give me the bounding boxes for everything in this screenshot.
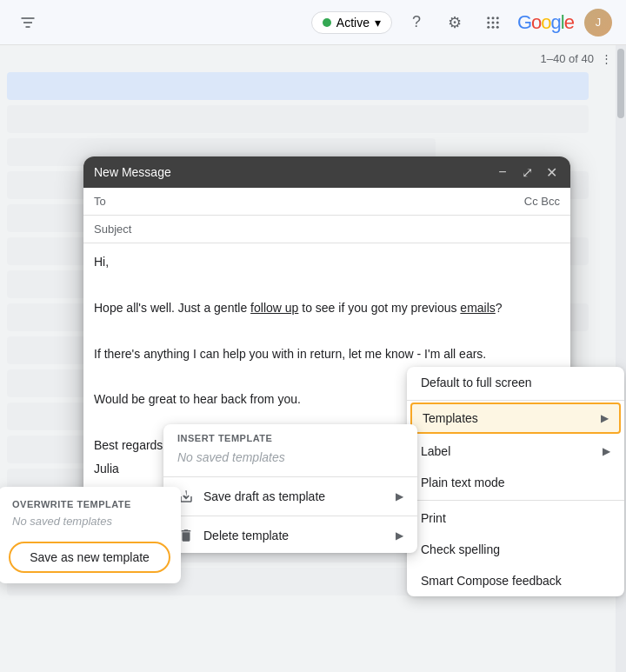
subject-label: Subject: [94, 223, 131, 236]
delete-template-arrow: ▶: [396, 529, 403, 542]
delete-template-label: Delete template: [203, 529, 289, 542]
compose-header-actions: − ⤢ ✕: [494, 163, 560, 181]
filter-icon[interactable]: [14, 9, 42, 37]
top-bar-right: Active ▾ ? ⚙ Google J: [311, 9, 612, 37]
cc-bcc-button[interactable]: Cc Bcc: [524, 195, 560, 208]
body-line-3: Hope all's well. Just a gentle follow up…: [94, 298, 560, 317]
help-icon: ?: [412, 13, 421, 31]
scrollbar-thumb[interactable]: [617, 49, 624, 118]
emails-link: emails: [460, 301, 495, 315]
svg-point-9: [487, 25, 489, 28]
save-draft-label: Save draft as template: [203, 489, 325, 503]
close-compose-button[interactable]: ✕: [543, 163, 560, 181]
email-row: [7, 72, 589, 100]
more-icon[interactable]: ⋮: [601, 52, 612, 65]
insert-template-empty: No saved templates: [163, 447, 417, 475]
subject-field[interactable]: Subject: [83, 216, 570, 243]
menu-item-templates-label: Templates: [423, 411, 478, 425]
save-draft-template-item[interactable]: Save draft as template ▶: [163, 479, 417, 514]
menu-item-templates[interactable]: Templates ▶: [410, 403, 621, 434]
to-field[interactable]: To Cc Bcc: [83, 188, 570, 216]
minimize-button[interactable]: −: [494, 163, 511, 181]
follow-up-link: follow up: [250, 301, 298, 315]
menu-item-print-label: Print: [421, 511, 446, 525]
save-as-new-template-button[interactable]: Save as new template: [9, 542, 170, 573]
body-line-5: If there's anything I can help you with …: [94, 344, 560, 363]
menu-item-print[interactable]: Print: [407, 502, 624, 534]
top-bar-left: [14, 9, 42, 37]
menu-arrow-templates: ▶: [601, 412, 609, 424]
active-status-badge[interactable]: Active ▾: [311, 11, 392, 34]
compose-title: New Message: [94, 165, 171, 179]
menu-item-spellcheck[interactable]: Check spelling: [407, 534, 624, 565]
svg-point-8: [496, 21, 499, 23]
context-menu-main: Default to full screen Templates ▶ Label…: [407, 367, 624, 596]
menu-item-smart-compose-label: Smart Compose feedback: [421, 574, 562, 588]
body-line-4: [94, 321, 560, 340]
save-draft-arrow: ▶: [396, 490, 403, 502]
menu-item-fullscreen-label: Default to full screen: [421, 376, 532, 389]
menu-item-plaintext-label: Plain text mode: [421, 476, 505, 489]
google-logo: Google: [517, 11, 574, 34]
overwrite-empty: No saved templates: [0, 513, 181, 535]
menu-divider-1: [407, 400, 624, 401]
overwrite-header: OVERWRITE TEMPLATE: [0, 494, 181, 513]
insert-template-menu: INSERT TEMPLATE No saved templates Save …: [163, 424, 417, 553]
expand-button[interactable]: ⤢: [518, 163, 536, 181]
menu-item-spellcheck-label: Check spelling: [421, 542, 500, 556]
svg-point-11: [496, 25, 499, 28]
svg-point-6: [487, 21, 489, 23]
menu-item-smart-compose[interactable]: Smart Compose feedback: [407, 565, 624, 596]
menu-arrow-label: ▶: [603, 445, 610, 457]
svg-point-5: [496, 17, 499, 19]
delete-template-item[interactable]: Delete template ▶: [163, 518, 417, 553]
menu-item-label-text: Label: [421, 444, 450, 458]
active-dropdown-icon: ▾: [375, 16, 381, 30]
svg-point-4: [491, 17, 494, 19]
page-count: 1–40 of 40: [541, 52, 594, 65]
insert-divider-1: [163, 476, 417, 477]
menu-item-fullscreen[interactable]: Default to full screen: [407, 367, 624, 398]
menu-item-plaintext[interactable]: Plain text mode: [407, 467, 624, 498]
menu-item-label[interactable]: Label ▶: [407, 436, 624, 467]
body-line-2: [94, 275, 560, 294]
user-avatar[interactable]: J: [584, 9, 612, 37]
active-label: Active: [336, 16, 370, 30]
svg-point-3: [487, 17, 489, 19]
active-dot: [323, 18, 331, 27]
overwrite-template-panel: OVERWRITE TEMPLATE No saved templates Sa…: [0, 487, 181, 583]
page-count-bar: 1–40 of 40 ⋮: [0, 45, 626, 72]
svg-point-10: [491, 25, 494, 28]
compose-header: New Message − ⤢ ✕: [83, 156, 570, 188]
insert-divider-2: [163, 516, 417, 516]
insert-template-header: INSERT TEMPLATE: [163, 424, 417, 447]
body-line-1: Hi,: [94, 252, 560, 271]
menu-divider-2: [407, 500, 624, 501]
apps-button[interactable]: [479, 9, 507, 37]
help-button[interactable]: ?: [403, 9, 430, 37]
email-row: [7, 105, 589, 133]
svg-point-7: [491, 21, 494, 23]
top-bar: Active ▾ ? ⚙ Google J: [0, 0, 626, 45]
settings-button[interactable]: ⚙: [441, 9, 469, 37]
to-label: To: [94, 195, 129, 208]
